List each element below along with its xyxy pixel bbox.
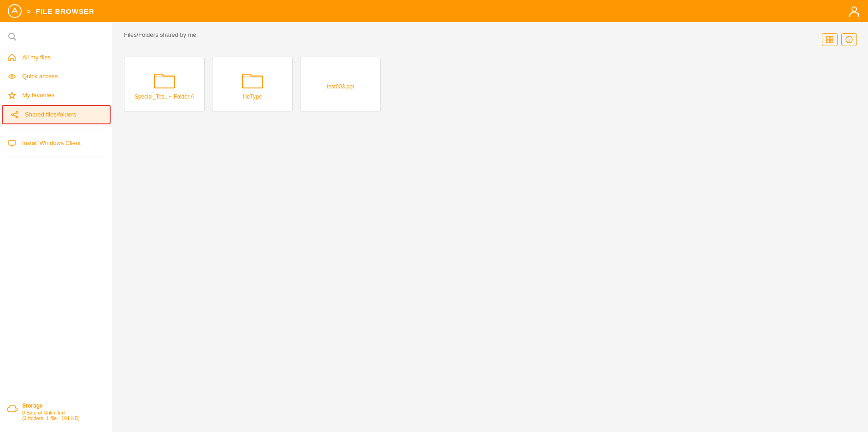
svg-rect-18 (830, 40, 833, 43)
view-toolbar (822, 33, 857, 46)
file-name-1: fileType (243, 93, 262, 100)
file-card-2[interactable]: test003.ppt (300, 57, 381, 112)
sidebar-item-shared-files-folders[interactable]: Shared files/folders (2, 105, 111, 125)
svg-marker-6 (9, 92, 15, 99)
svg-line-3 (14, 38, 16, 41)
file-name-0: Special_Tes...~ Folder A (135, 93, 195, 100)
svg-line-11 (13, 115, 16, 117)
svg-point-4 (9, 75, 15, 78)
folder-icon-1 (242, 69, 264, 88)
header-title: FILE BROWSER (36, 7, 94, 15)
svg-rect-15 (827, 36, 829, 39)
file-name-2: test003.ppt (327, 83, 354, 90)
main-top-row: Files/Folders shared by me: (124, 31, 857, 47)
my-favorites-label: My favorites (22, 92, 54, 99)
sidebar-divider-2 (6, 157, 107, 157)
user-menu-button[interactable] (848, 5, 861, 18)
svg-rect-12 (9, 140, 15, 145)
svg-point-21 (849, 37, 850, 38)
sidebar-item-my-favorites[interactable]: My favorites (0, 86, 112, 104)
quick-access-label: Quick access (22, 73, 58, 80)
app-header: > FILE BROWSER (0, 0, 868, 22)
eye-icon (7, 72, 17, 81)
section-label: Files/Folders shared by me: (124, 31, 198, 38)
files-grid: Special_Tes...~ Folder A fileType test00… (124, 57, 857, 112)
all-my-files-label: All my files (22, 54, 51, 61)
svg-point-9 (16, 116, 18, 118)
monitor-icon (7, 139, 17, 147)
search-icon[interactable] (7, 31, 17, 41)
grid-view-button[interactable] (822, 33, 838, 46)
sidebar-divider-1 (6, 129, 107, 129)
sidebar-item-all-my-files[interactable]: All my files (0, 48, 112, 66)
app-layout: All my files Quick access (0, 22, 868, 432)
svg-line-10 (13, 113, 16, 114)
svg-point-1 (852, 7, 856, 12)
home-icon (7, 53, 17, 62)
sidebar-item-install-windows-client[interactable]: Install Windows Client (0, 134, 112, 152)
sidebar-search-area (0, 28, 112, 48)
storage-text: Storage 0 Byte of Unlimited (2 folders, … (22, 403, 80, 421)
svg-point-5 (11, 76, 13, 77)
main-content: Files/Folders shared by me: (113, 22, 868, 432)
svg-rect-16 (830, 36, 833, 39)
storage-line2: (2 folders, 1 file - 101 KB) (22, 415, 80, 421)
cloud-icon (7, 403, 18, 413)
sidebar: All my files Quick access (0, 22, 113, 432)
header-arrow: > (27, 7, 31, 15)
svg-point-8 (12, 114, 13, 116)
shared-files-folders-label: Shared files/folders (25, 111, 76, 118)
file-card-0[interactable]: Special_Tes...~ Folder A (124, 57, 205, 112)
header-right (848, 5, 861, 18)
sidebar-item-quick-access[interactable]: Quick access (0, 67, 112, 85)
share-icon (10, 111, 19, 119)
install-windows-client-label: Install Windows Client (22, 140, 81, 146)
header-left: > FILE BROWSER (7, 4, 94, 18)
sidebar-nav: All my files Quick access (0, 48, 112, 397)
logo-icon (7, 4, 22, 18)
info-button[interactable] (841, 33, 857, 46)
svg-rect-17 (827, 40, 829, 43)
storage-section: Storage 0 Byte of Unlimited (2 folders, … (0, 397, 112, 426)
svg-point-7 (16, 111, 18, 113)
star-icon (7, 91, 17, 99)
folder-icon-0 (154, 69, 176, 88)
storage-line1: 0 Byte of Unlimited (22, 410, 80, 415)
file-card-1[interactable]: fileType (212, 57, 293, 112)
storage-title: Storage (22, 403, 80, 409)
